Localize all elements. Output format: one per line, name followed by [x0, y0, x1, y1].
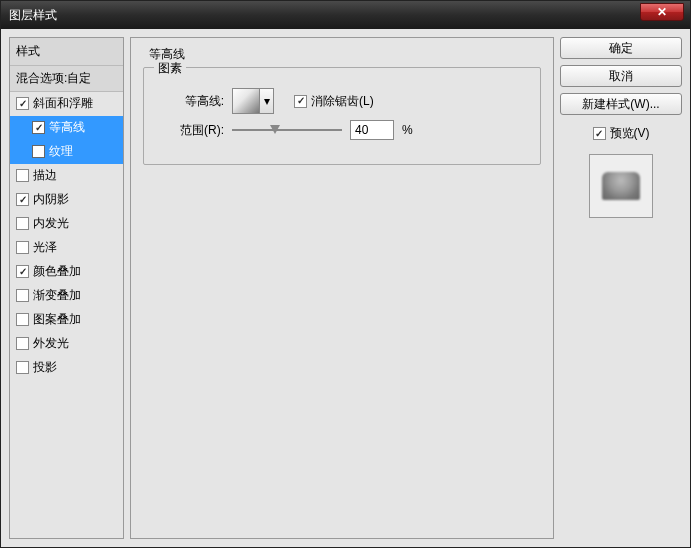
sidebar-item-label: 光泽 [33, 239, 57, 256]
sidebar-header[interactable]: 样式 [10, 38, 123, 66]
slider-track [232, 129, 342, 131]
cancel-button[interactable]: 取消 [560, 65, 682, 87]
contour-dropdown[interactable]: ▾ [260, 88, 274, 114]
styles-sidebar: 样式 混合选项:自定 斜面和浮雕等高线纹理描边内阴影内发光光泽颜色叠加渐变叠加图… [9, 37, 124, 539]
style-list: 斜面和浮雕等高线纹理描边内阴影内发光光泽颜色叠加渐变叠加图案叠加外发光投影 [10, 92, 123, 380]
checkbox-icon[interactable] [16, 265, 29, 278]
range-label: 范围(R): [156, 122, 224, 139]
checkbox-icon[interactable] [16, 217, 29, 230]
fieldset-legend: 图素 [154, 60, 186, 77]
contour-label: 等高线: [156, 93, 224, 110]
dialog-body: 样式 混合选项:自定 斜面和浮雕等高线纹理描边内阴影内发光光泽颜色叠加渐变叠加图… [1, 29, 690, 547]
panel-title: 等高线 [149, 46, 541, 63]
blend-options-row[interactable]: 混合选项:自定 [10, 66, 123, 92]
sidebar-item-label: 颜色叠加 [33, 263, 81, 280]
checkbox-icon[interactable] [16, 169, 29, 182]
preview-checkbox[interactable]: 预览(V) [560, 125, 682, 142]
sidebar-item-label: 斜面和浮雕 [33, 95, 93, 112]
sidebar-item-8[interactable]: 渐变叠加 [10, 284, 123, 308]
sidebar-item-7[interactable]: 颜色叠加 [10, 260, 123, 284]
sidebar-item-label: 描边 [33, 167, 57, 184]
sidebar-item-5[interactable]: 内发光 [10, 212, 123, 236]
sidebar-item-label: 内阴影 [33, 191, 69, 208]
sidebar-item-10[interactable]: 外发光 [10, 332, 123, 356]
antialias-checkbox[interactable]: 消除锯齿(L) [294, 93, 374, 110]
checkbox-icon[interactable] [32, 145, 45, 158]
sidebar-item-label: 渐变叠加 [33, 287, 81, 304]
checkbox-icon[interactable] [32, 121, 45, 134]
range-input[interactable] [350, 120, 394, 140]
right-column: 确定 取消 新建样式(W)... 预览(V) [560, 37, 682, 539]
sidebar-item-label: 图案叠加 [33, 311, 81, 328]
contour-picker[interactable] [232, 88, 260, 114]
sidebar-item-label: 等高线 [49, 119, 85, 136]
antialias-label: 消除锯齿(L) [311, 93, 374, 110]
preview-label: 预览(V) [610, 125, 650, 142]
sidebar-item-6[interactable]: 光泽 [10, 236, 123, 260]
checkbox-icon[interactable] [16, 337, 29, 350]
preview-image [602, 172, 640, 200]
sidebar-item-label: 内发光 [33, 215, 69, 232]
range-slider[interactable] [232, 122, 342, 138]
titlebar[interactable]: 图层样式 ✕ [1, 1, 690, 29]
window-title: 图层样式 [9, 7, 57, 24]
sidebar-item-label: 纹理 [49, 143, 73, 160]
sidebar-item-3[interactable]: 描边 [10, 164, 123, 188]
slider-thumb[interactable] [270, 125, 280, 134]
contour-row: 等高线: ▾ 消除锯齿(L) [156, 88, 528, 114]
checkbox-icon[interactable] [16, 193, 29, 206]
preview-thumbnail [589, 154, 653, 218]
checkbox-icon [294, 95, 307, 108]
checkbox-icon[interactable] [16, 289, 29, 302]
close-icon: ✕ [657, 5, 667, 19]
checkbox-icon[interactable] [16, 241, 29, 254]
range-row: 范围(R): % [156, 120, 528, 140]
sidebar-item-label: 外发光 [33, 335, 69, 352]
elements-fieldset: 图素 等高线: ▾ 消除锯齿(L) 范围(R): [143, 67, 541, 165]
close-button[interactable]: ✕ [640, 3, 684, 21]
chevron-down-icon: ▾ [264, 94, 270, 108]
main-panel: 等高线 图素 等高线: ▾ 消除锯齿(L) [130, 37, 554, 539]
sidebar-item-1[interactable]: 等高线 [10, 116, 123, 140]
layer-style-dialog: 图层样式 ✕ 样式 混合选项:自定 斜面和浮雕等高线纹理描边内阴影内发光光泽颜色… [0, 0, 691, 548]
new-style-button[interactable]: 新建样式(W)... [560, 93, 682, 115]
sidebar-item-4[interactable]: 内阴影 [10, 188, 123, 212]
range-unit: % [402, 123, 413, 137]
sidebar-item-9[interactable]: 图案叠加 [10, 308, 123, 332]
sidebar-item-label: 投影 [33, 359, 57, 376]
sidebar-item-2[interactable]: 纹理 [10, 140, 123, 164]
checkbox-icon [593, 127, 606, 140]
sidebar-item-0[interactable]: 斜面和浮雕 [10, 92, 123, 116]
sidebar-item-11[interactable]: 投影 [10, 356, 123, 380]
ok-button[interactable]: 确定 [560, 37, 682, 59]
checkbox-icon[interactable] [16, 313, 29, 326]
checkbox-icon[interactable] [16, 361, 29, 374]
checkbox-icon[interactable] [16, 97, 29, 110]
